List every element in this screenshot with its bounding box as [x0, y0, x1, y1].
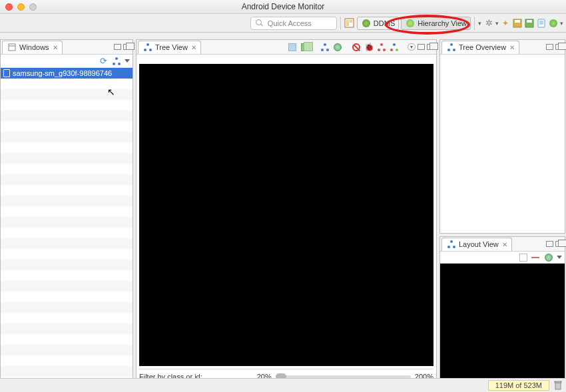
svg-rect-1: [346, 20, 349, 26]
list-row-empty: [1, 79, 133, 89]
settings-chevron-icon[interactable]: ▾: [495, 20, 499, 27]
list-row-empty: [1, 228, 133, 238]
lv-red-icon[interactable]: [530, 252, 541, 263]
toolbar-separator-2: [474, 17, 475, 30]
quick-access-search[interactable]: Quick Access: [250, 17, 337, 30]
gc-trash-icon[interactable]: [553, 381, 562, 390]
toolbar-separator: [340, 17, 341, 30]
ddms-icon: [361, 18, 372, 29]
tree-view-tab[interactable]: Tree View ✕: [138, 41, 201, 54]
svg-rect-11: [555, 383, 561, 389]
refresh-icon[interactable]: ⟳: [98, 56, 109, 67]
save-icon-2[interactable]: [524, 18, 535, 29]
zoom-slider[interactable]: [276, 375, 411, 378]
close-tab-icon[interactable]: ✕: [509, 44, 515, 51]
minimize-pane-icon[interactable]: [546, 44, 553, 50]
toolbar-chevron-icon[interactable]: ▾: [478, 20, 481, 27]
device-icon: [3, 69, 10, 77]
tree-overview-pane: Tree Overview ✕: [439, 39, 565, 234]
windows-tab-label: Windows: [19, 43, 49, 51]
devices-menu-icon[interactable]: [125, 59, 130, 63]
tree-view-canvas[interactable]: [139, 64, 433, 366]
settings-icon[interactable]: ✲: [483, 18, 494, 29]
list-row-empty: [1, 323, 133, 334]
lv-menu-icon[interactable]: [557, 256, 562, 259]
perspective-ddms[interactable]: DDMS: [357, 17, 399, 30]
load-hierarchy-icon[interactable]: [111, 56, 122, 67]
layout-view-pane: Layout View ✕: [439, 236, 565, 392]
maximize-pane-icon[interactable]: [123, 44, 131, 50]
list-row-empty: [1, 238, 133, 249]
maximize-pane-icon[interactable]: [555, 44, 563, 50]
minimize-pane-icon[interactable]: [418, 44, 425, 50]
list-row-empty: [1, 249, 133, 260]
svg-rect-8: [539, 21, 543, 25]
layout-view-canvas[interactable]: [440, 264, 565, 392]
list-row-empty: [1, 260, 133, 270]
perspective-ddms-label: DDMS: [374, 19, 395, 27]
tree-view-tab-icon: [142, 42, 153, 53]
tv-bug-icon[interactable]: 🐞: [364, 42, 374, 53]
tv-layers-icon[interactable]: [300, 42, 310, 53]
list-row-empty: [1, 302, 133, 313]
svg-rect-4: [515, 20, 520, 23]
tree-view-tab-label: Tree View: [155, 43, 188, 51]
maximize-pane-icon[interactable]: [555, 241, 563, 247]
run-chevron-icon[interactable]: ▾: [560, 20, 563, 27]
tree-overview-tab-icon: [446, 42, 457, 53]
list-row-empty: [1, 313, 133, 323]
lv-white-icon[interactable]: [519, 254, 527, 262]
svg-rect-9: [9, 44, 15, 51]
svg-rect-2: [350, 20, 352, 23]
tv-globe-icon[interactable]: [332, 42, 343, 53]
tv-tree-mix-icon[interactable]: [389, 42, 400, 53]
tree-overview-tab[interactable]: Tree Overview ✕: [441, 41, 519, 54]
list-row-empty: [1, 100, 133, 110]
list-row-empty: [1, 89, 133, 100]
list-row-empty: [1, 121, 133, 132]
windows-tab[interactable]: Windows ✕: [2, 41, 63, 54]
minimize-pane-icon[interactable]: [114, 44, 121, 50]
list-row-empty: [1, 334, 133, 345]
layout-view-tab-icon: [446, 239, 457, 250]
device-name: samsung-sm_g930f-98896746: [13, 69, 112, 77]
layout-view-tab[interactable]: Layout View ✕: [441, 238, 512, 251]
list-row-empty: [1, 355, 133, 366]
list-row-empty: [1, 153, 133, 164]
list-row-empty: [1, 206, 133, 217]
perspective-hierarchy-view[interactable]: Hierarchy View: [401, 17, 471, 30]
list-row-empty: [1, 281, 133, 292]
tv-tree-blue-icon[interactable]: [320, 42, 330, 53]
device-icon[interactable]: [536, 18, 547, 29]
maximize-pane-icon[interactable]: [427, 44, 434, 50]
tv-tree-red-icon[interactable]: [376, 42, 387, 53]
list-row-empty: [1, 164, 133, 174]
tv-invalidate-icon[interactable]: [351, 42, 362, 53]
wand-icon[interactable]: ✦: [500, 18, 511, 29]
svg-rect-0: [345, 19, 354, 27]
run-icon[interactable]: [548, 18, 559, 29]
close-tab-icon[interactable]: ✕: [53, 44, 58, 51]
tv-chevron-icon[interactable]: ▾: [408, 43, 416, 51]
svg-rect-12: [555, 381, 561, 383]
tv-screenshot-icon[interactable]: [287, 42, 298, 53]
layout-view-tab-label: Layout View: [459, 240, 499, 248]
list-row-empty: [1, 345, 133, 355]
list-row-empty: [1, 196, 133, 206]
minimize-pane-icon[interactable]: [546, 241, 553, 247]
close-tab-icon[interactable]: ✕: [191, 44, 196, 51]
list-row-empty: [1, 142, 133, 153]
lv-globe-icon[interactable]: [543, 252, 554, 263]
close-tab-icon[interactable]: ✕: [502, 241, 507, 248]
list-row-empty: [1, 217, 133, 228]
list-row-empty: [1, 110, 133, 121]
device-row[interactable]: samsung-sm_g930f-98896746: [1, 68, 133, 79]
tree-overview-canvas[interactable]: [440, 55, 565, 233]
svg-rect-6: [527, 20, 532, 23]
list-row-empty: [1, 270, 133, 281]
perspective-hierarchy-view-label: Hierarchy View: [418, 19, 467, 27]
save-icon[interactable]: [512, 18, 523, 29]
heap-status: 119M of 523M: [488, 380, 549, 391]
open-perspective-icon[interactable]: [344, 18, 355, 29]
windows-pane: Windows ✕ ⟳ samsung-sm_g930f-98896746: [0, 39, 133, 384]
